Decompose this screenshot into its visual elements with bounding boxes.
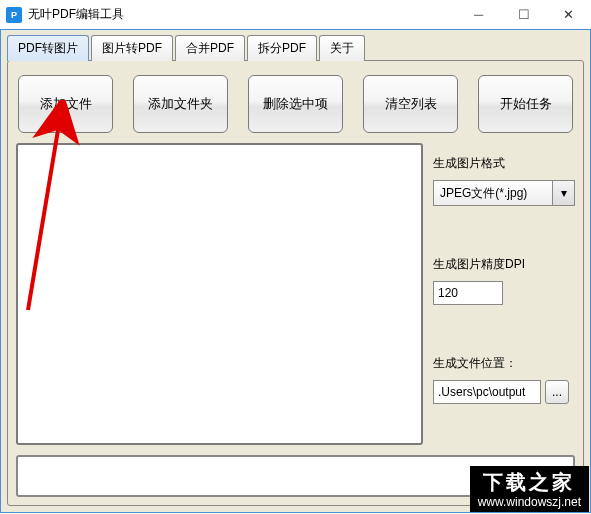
tab-pdf-to-image[interactable]: PDF转图片 [7, 35, 89, 61]
watermark: 下载之家 www.windowszj.net [470, 466, 589, 512]
format-select[interactable]: JPEG文件(*.jpg) ▾ [433, 180, 575, 206]
format-select-value: JPEG文件(*.jpg) [434, 181, 552, 205]
dpi-input[interactable] [433, 281, 503, 305]
browse-button[interactable]: ... [545, 380, 569, 404]
options-panel: 生成图片格式 JPEG文件(*.jpg) ▾ 生成图片精度DPI 生成文件位置：… [433, 143, 575, 445]
tab-body: 添加文件 添加文件夹 删除选中项 清空列表 开始任务 生成图片格式 JPEG文件… [7, 60, 584, 506]
output-path-label: 生成文件位置： [433, 355, 575, 372]
chevron-down-icon[interactable]: ▾ [552, 181, 574, 205]
watermark-title: 下载之家 [478, 470, 581, 495]
delete-selected-button[interactable]: 删除选中项 [248, 75, 343, 133]
toolbar: 添加文件 添加文件夹 删除选中项 清空列表 开始任务 [16, 69, 575, 135]
close-button[interactable]: ✕ [546, 0, 591, 29]
tab-image-to-pdf[interactable]: 图片转PDF [91, 35, 173, 61]
file-list-panel[interactable] [16, 143, 423, 445]
tab-merge-pdf[interactable]: 合并PDF [175, 35, 245, 61]
window-controls: ─ ☐ ✕ [456, 0, 591, 29]
add-file-button[interactable]: 添加文件 [18, 75, 113, 133]
app-frame: PDF转图片 图片转PDF 合并PDF 拆分PDF 关于 添加文件 添加文件夹 … [0, 30, 591, 513]
title-bar: P 无叶PDF编辑工具 ─ ☐ ✕ [0, 0, 591, 30]
add-folder-button[interactable]: 添加文件夹 [133, 75, 228, 133]
output-path-input[interactable] [433, 380, 541, 404]
tab-split-pdf[interactable]: 拆分PDF [247, 35, 317, 61]
start-task-button[interactable]: 开始任务 [478, 75, 573, 133]
tab-about[interactable]: 关于 [319, 35, 365, 61]
tab-strip: PDF转图片 图片转PDF 合并PDF 拆分PDF 关于 [1, 30, 590, 60]
window-title: 无叶PDF编辑工具 [28, 6, 456, 23]
format-label: 生成图片格式 [433, 155, 575, 172]
mid-row: 生成图片格式 JPEG文件(*.jpg) ▾ 生成图片精度DPI 生成文件位置：… [16, 143, 575, 445]
dpi-label: 生成图片精度DPI [433, 256, 575, 273]
clear-list-button[interactable]: 清空列表 [363, 75, 458, 133]
maximize-button[interactable]: ☐ [501, 0, 546, 29]
app-icon: P [6, 7, 22, 23]
minimize-button[interactable]: ─ [456, 0, 501, 29]
watermark-url: www.windowszj.net [478, 495, 581, 510]
